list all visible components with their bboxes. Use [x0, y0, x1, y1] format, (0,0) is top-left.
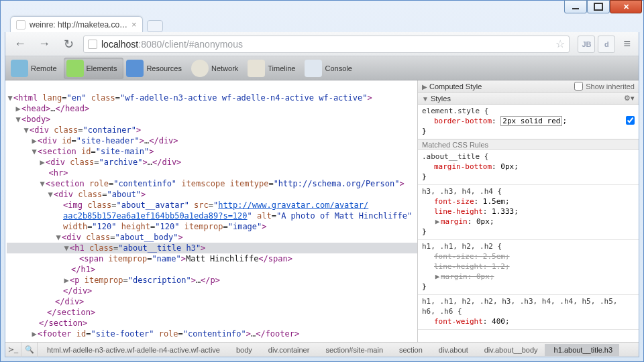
show-inherited-toggle[interactable]: Show inherited	[574, 82, 635, 90]
style-rule[interactable]: h1, .h1, h2, .h2, h3, .h3, h4, .h4, h5, …	[418, 295, 639, 330]
favicon-icon	[16, 20, 25, 29]
bookmark-star-icon[interactable]: ☆	[555, 38, 565, 50]
style-rule[interactable]: element.style {border-bottom: 2px solid …	[418, 105, 639, 139]
dom-tree-panel[interactable]: ▼<html lang="en" class="wf-adelle-n3-act…	[5, 80, 417, 342]
devtools-tabbar: Remote Elements Resources Network Timeli…	[5, 56, 639, 80]
arrow-right-icon: →	[38, 37, 50, 51]
console-toggle-button[interactable]: ≻_	[5, 343, 21, 357]
browser-menu-button[interactable]: ≡	[621, 37, 633, 51]
extension-button-2[interactable]: d	[598, 36, 615, 53]
disclosure-triangle-icon[interactable]: ▶	[63, 275, 70, 286]
breadcrumb-item[interactable]: section	[390, 344, 429, 356]
computed-style-header[interactable]: ▶ Computed Style Show inherited	[418, 80, 639, 93]
disclosure-triangle-icon[interactable]: ▶	[31, 135, 38, 146]
window-minimize-button[interactable]	[564, 0, 587, 13]
arrow-left-icon: ←	[14, 37, 26, 51]
disclosure-triangle-icon[interactable]: ▼	[31, 146, 38, 157]
extension-button-1[interactable]: JB	[578, 36, 595, 53]
address-bar[interactable]: localhost:8080/client/#anonymous ☆	[83, 36, 570, 53]
window-maximize-button[interactable]	[587, 0, 610, 13]
breadcrumb-item[interactable]: h1.about__title.h3	[545, 344, 619, 356]
elements-icon	[66, 60, 84, 77]
styles-section-header[interactable]: ▼ Styles ⚙▾	[418, 93, 639, 105]
tab-elements[interactable]: Elements	[64, 58, 124, 79]
new-tab-button[interactable]	[147, 20, 163, 32]
reload-button[interactable]: ↻	[59, 35, 78, 54]
tab-resources[interactable]: Resources	[123, 58, 189, 79]
tab-remote[interactable]: Remote	[8, 58, 64, 79]
window-close-button[interactable]: ✕	[610, 0, 642, 13]
tab-network[interactable]: Network	[189, 58, 245, 79]
style-rule[interactable]: h1, .h1, h2, .h2 {font-size: 2.5em;line-…	[418, 240, 639, 295]
tab-timeline[interactable]: Timeline	[245, 58, 302, 79]
browser-toolbar: ← → ↻ localhost:8080/client/#anonymous ☆…	[5, 32, 639, 56]
disclosure-triangle-icon[interactable]: ▼	[63, 243, 70, 253]
devtools-statusbar: ≻_ 🔍 html.wf-adelle-n3-active.wf-adelle-…	[5, 342, 639, 357]
site-info-icon[interactable]	[88, 40, 97, 49]
tab-title: weinre: http://maketea.co…	[30, 20, 127, 29]
disclosure-triangle-icon[interactable]: ▼	[23, 125, 30, 135]
disclosure-triangle-icon[interactable]: ▼	[39, 178, 46, 189]
style-rule[interactable]: .about__title {margin-bottom: 0px;}	[418, 150, 639, 185]
breadcrumb-item[interactable]: div.container	[259, 344, 317, 356]
chevron-right-icon: ▶	[422, 83, 427, 90]
styles-body[interactable]: element.style {border-bottom: 2px solid …	[418, 105, 639, 342]
breadcrumb-item[interactable]: section#site-main	[316, 344, 390, 356]
timeline-icon	[248, 60, 265, 77]
breadcrumb-item[interactable]: div.about	[429, 344, 475, 356]
matched-rules-header: Matched CSS Rules	[418, 139, 639, 150]
chevron-down-icon: ▼	[422, 95, 429, 103]
styles-panel: ▶ Computed Style Show inherited ▼ Styles…	[417, 80, 639, 342]
style-property-toggle[interactable]	[626, 116, 635, 125]
tab-console[interactable]: Console	[302, 58, 358, 79]
resources-icon	[126, 60, 144, 77]
browser-tabstrip: weinre: http://maketea.co… ×	[1, 16, 643, 32]
disclosure-triangle-icon[interactable]: ▼	[55, 232, 62, 243]
breadcrumb: html.wf-adelle-n3-active.wf-adelle-n4-ac…	[38, 344, 639, 356]
reload-icon: ↻	[64, 37, 74, 52]
style-rule[interactable]: h3, .h3, h4, .h4 {font-size: 1.5em;line-…	[418, 185, 639, 240]
inspect-search-button[interactable]: 🔍	[21, 343, 38, 357]
breadcrumb-item[interactable]: body	[227, 344, 259, 356]
back-button[interactable]: ←	[11, 35, 30, 54]
breadcrumb-item[interactable]: html.wf-adelle-n3-active.wf-adelle-n4-ac…	[38, 344, 227, 356]
tab-close-icon[interactable]: ×	[131, 19, 137, 29]
breadcrumb-item[interactable]: div.about__body	[475, 344, 545, 356]
url-text: localhost:8080/client/#anonymous	[101, 39, 551, 50]
disclosure-triangle-icon[interactable]: ▶	[39, 157, 46, 168]
forward-button[interactable]: →	[35, 35, 54, 54]
disclosure-triangle-icon[interactable]: ▼	[7, 93, 13, 103]
network-icon	[191, 60, 209, 77]
console-icon	[305, 60, 322, 77]
disclosure-triangle-icon[interactable]: ▶	[31, 328, 38, 339]
gear-icon[interactable]: ⚙▾	[624, 94, 635, 103]
window-titlebar: ✕	[1, 1, 643, 16]
disclosure-triangle-icon[interactable]: ▼	[47, 189, 54, 200]
remote-icon	[11, 60, 28, 77]
browser-tab[interactable]: weinre: http://maketea.co… ×	[10, 16, 143, 32]
disclosure-triangle-icon[interactable]: ▼	[15, 114, 21, 125]
disclosure-triangle-icon[interactable]: ▶	[15, 103, 21, 114]
